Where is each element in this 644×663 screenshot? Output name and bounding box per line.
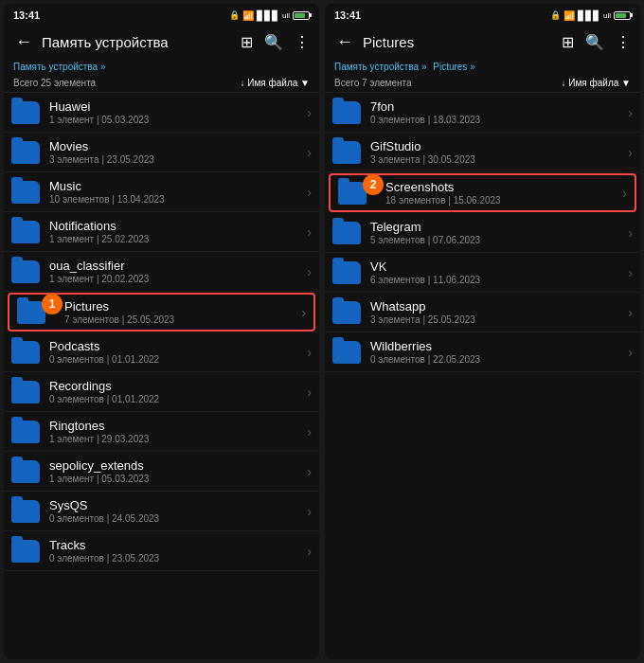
status-icons-2: 🔒 📶 ▊▊▊ ull xyxy=(550,10,631,21)
grid-view-button-2[interactable]: ⊞ xyxy=(560,31,576,53)
pictures-folder-item[interactable]: 1 Pictures 7 элементов | 25.05.2023 › xyxy=(8,293,315,332)
screen2: 13:41 🔒 📶 ▊▊▊ ull ← Pictures ⊞ 🔍 ⋮ П xyxy=(325,4,640,659)
file-meta: 1 элемент | 25.02.2023 xyxy=(49,234,307,244)
top-bar-1: ← Память устройства ⊞ 🔍 ⋮ xyxy=(4,25,319,60)
list-item[interactable]: Movies 3 элемента | 23.05.2023 › xyxy=(4,133,319,172)
search-button-1[interactable]: 🔍 xyxy=(262,31,285,53)
file-name: Movies xyxy=(49,139,307,153)
file-info: SysQS 0 элементов | 24.05.2023 xyxy=(49,498,307,524)
sort-bar-1: Всего 25 элемента ↓ Имя файла ▼ xyxy=(4,76,319,93)
list-item[interactable]: oua_classifier 1 элемент | 20.02.2023 › xyxy=(4,252,319,292)
chevron-icon: › xyxy=(307,105,312,120)
status-time-1: 13:41 xyxy=(13,9,40,21)
chevron-icon: › xyxy=(307,424,312,439)
file-meta: 1 элемент | 29.03.2023 xyxy=(49,434,307,444)
list-item[interactable]: VK 6 элементов | 11.06.2023 › xyxy=(325,253,640,293)
page-title-2: Pictures xyxy=(363,34,554,50)
file-info: Telegram 5 элементов | 07.06.2023 xyxy=(370,220,628,245)
file-name: Notifications xyxy=(49,219,307,233)
file-meta: 3 элемента | 25.05.2023 xyxy=(370,314,628,325)
file-name: Huawei xyxy=(49,99,307,114)
chevron-icon: › xyxy=(622,186,627,201)
chevron-icon: › xyxy=(307,185,312,200)
file-meta: 0 элементов | 18.03.2023 xyxy=(370,115,628,125)
file-name: Wildberries xyxy=(370,339,628,353)
badge-container-1: 1 xyxy=(17,301,55,324)
file-name: Ringtones xyxy=(49,419,307,433)
list-item[interactable]: GifStudio 3 элемента | 30.05.2023 › xyxy=(325,133,640,172)
file-info: Pictures 7 элементов | 25.05.2023 xyxy=(64,299,301,325)
list-item[interactable]: SysQS 0 элементов | 24.05.2023 › xyxy=(4,492,319,531)
breadcrumb-pictures[interactable]: Pictures » xyxy=(433,62,474,72)
status-icons-1: 🔒 📶 ▊▊▊ ull xyxy=(229,10,310,21)
file-info: oua_classifier 1 элемент | 20.02.2023 xyxy=(49,259,307,284)
list-item[interactable]: Notifications 1 элемент | 25.02.2023 › xyxy=(4,212,319,252)
total-count-1: Всего 25 элемента xyxy=(13,78,96,88)
step-badge-1: 1 xyxy=(42,294,63,314)
sort-action-2[interactable]: ↓ Имя файла ▼ xyxy=(562,78,631,88)
screenshots-folder-item[interactable]: 2 Screenshots 18 элементов | 15.06.2023 … xyxy=(329,173,636,212)
file-name: sepolicy_extends xyxy=(49,458,307,473)
file-name: SysQS xyxy=(49,498,307,512)
file-meta: 1 элемент | 05.03.2023 xyxy=(49,115,307,125)
list-item[interactable]: Wildberries 0 элементов | 22.05.2023 › xyxy=(325,332,640,372)
file-info: Podcasts 0 элементов | 01.01.2022 xyxy=(49,339,307,365)
folder-icon xyxy=(11,260,40,283)
file-name: oua_classifier xyxy=(49,259,307,273)
file-meta: 5 элементов | 07.06.2023 xyxy=(370,235,628,245)
list-item[interactable]: Ringtones 1 элемент | 29.03.2023 › xyxy=(4,412,319,452)
grid-view-button-1[interactable]: ⊞ xyxy=(239,31,255,53)
more-button-2[interactable]: ⋮ xyxy=(614,31,633,53)
chevron-icon: › xyxy=(307,345,312,360)
status-bar-2: 13:41 🔒 📶 ▊▊▊ ull xyxy=(325,4,640,25)
sort-action-1[interactable]: ↓ Имя файла ▼ xyxy=(241,78,310,88)
chevron-icon: › xyxy=(307,385,312,400)
search-button-2[interactable]: 🔍 xyxy=(583,31,606,53)
file-info: Movies 3 элемента | 23.05.2023 xyxy=(49,139,307,165)
total-count-2: Всего 7 элемента xyxy=(334,78,412,88)
folder-icon xyxy=(332,341,361,364)
signal-icon-1: 📶 xyxy=(242,10,254,21)
signal-icon-2: 📶 xyxy=(564,10,575,21)
file-name: Tracks xyxy=(49,538,307,552)
file-name: Pictures xyxy=(64,299,301,314)
folder-icon xyxy=(11,181,40,204)
file-meta: 0 элементов | 23.05.2023 xyxy=(49,553,307,564)
back-button-2[interactable]: ← xyxy=(332,30,357,54)
list-item[interactable]: Podcasts 0 элементов | 01.01.2022 › xyxy=(4,332,319,372)
file-meta: 1 элемент | 05.03.2023 xyxy=(49,474,307,484)
list-item[interactable]: Whatsapp 3 элемента | 25.05.2023 › xyxy=(325,293,640,332)
network-icon-1: ull xyxy=(282,11,290,20)
list-item[interactable]: Huawei 1 элемент | 05.03.2023 › xyxy=(4,93,319,133)
file-meta: 6 элементов | 11.06.2023 xyxy=(370,275,628,285)
list-item[interactable]: sepolicy_extends 1 элемент | 05.03.2023 … xyxy=(4,452,319,492)
more-button-1[interactable]: ⋮ xyxy=(293,31,312,53)
wifi-icon-1: ▊▊▊ xyxy=(257,10,279,21)
chevron-icon: › xyxy=(307,264,312,279)
list-item[interactable]: 7fon 0 элементов | 18.03.2023 › xyxy=(325,93,640,133)
file-name: VK xyxy=(370,260,628,274)
chevron-icon: › xyxy=(628,105,633,120)
chevron-icon: › xyxy=(307,464,312,479)
file-name: Podcasts xyxy=(49,339,307,353)
top-bar-2: ← Pictures ⊞ 🔍 ⋮ xyxy=(325,25,640,60)
battery-icon-1 xyxy=(293,11,310,20)
file-meta: 7 элементов | 25.05.2023 xyxy=(64,314,301,325)
chevron-icon: › xyxy=(307,544,312,559)
file-info: Music 10 элементов | 13.04.2023 xyxy=(49,179,307,205)
chevron-icon: › xyxy=(307,145,312,160)
list-item[interactable]: Tracks 0 элементов | 23.05.2023 › xyxy=(4,531,319,571)
list-item[interactable]: Music 10 элементов | 13.04.2023 › xyxy=(4,172,319,212)
file-name: Recordings xyxy=(49,379,307,393)
back-button-1[interactable]: ← xyxy=(11,30,36,54)
folder-icon xyxy=(11,500,40,523)
file-meta: 0 элементов | 01.01.2022 xyxy=(49,394,307,404)
breadcrumb-root[interactable]: Память устройства » xyxy=(334,62,426,72)
badge-container-2: 2 xyxy=(338,182,376,205)
breadcrumb-1: Память устройства » xyxy=(4,60,319,76)
file-info: Whatsapp 3 элемента | 25.05.2023 xyxy=(370,299,628,325)
file-info: 7fon 0 элементов | 18.03.2023 xyxy=(370,99,628,125)
lock-icon-1: 🔒 xyxy=(229,10,240,20)
list-item[interactable]: Telegram 5 элементов | 07.06.2023 › xyxy=(325,213,640,253)
list-item[interactable]: Recordings 0 элементов | 01.01.2022 › xyxy=(4,372,319,412)
